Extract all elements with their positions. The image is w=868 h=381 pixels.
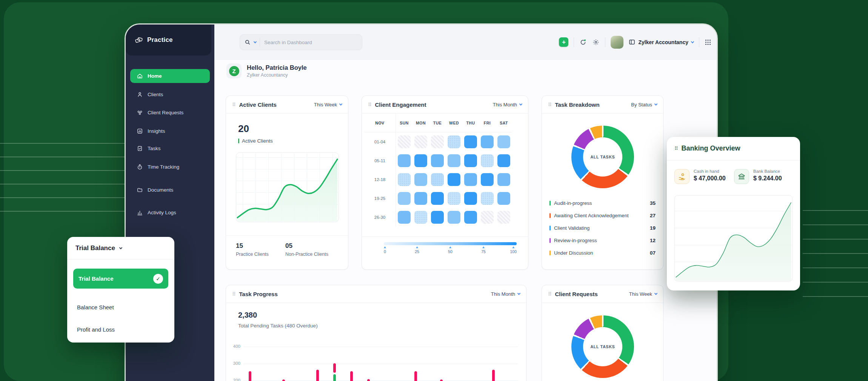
heatmap-cell-value (431, 154, 444, 167)
heatmap-cell (479, 170, 496, 189)
task-bar (316, 370, 319, 381)
insights-icon (137, 128, 143, 134)
org-switcher[interactable]: Zylker Accountancy (629, 39, 694, 45)
picker-option-trial-balance[interactable]: Trial Balance ✓ (73, 269, 168, 289)
legend-value: 07 (650, 250, 656, 256)
search-icon (245, 39, 251, 45)
drag-handle-icon[interactable]: ⠿ (548, 102, 552, 107)
sidebar-item-client-requests[interactable]: Client Requests (130, 106, 210, 120)
apps-grid-icon[interactable] (705, 39, 711, 46)
drag-handle-icon[interactable]: ⠿ (232, 102, 236, 107)
sidebar-item-label: Activity Logs (148, 210, 176, 215)
heatmap-cell (462, 132, 479, 151)
client-requests-filter[interactable]: This Week (629, 291, 657, 297)
task-progress-filter[interactable]: This Month (491, 291, 520, 297)
heatmap-cell (396, 208, 412, 227)
heatmap-cell (462, 170, 479, 189)
sidebar-item-home[interactable]: Home (130, 69, 210, 83)
greeting-title: Hello, Patricia Boyle (247, 64, 307, 71)
practice-logo-icon (135, 36, 143, 44)
donut-center-label: ALL TASKS (583, 137, 622, 177)
heatmap-cell (446, 189, 462, 208)
gridline (243, 347, 518, 347)
heatmap-day-label: WED (446, 114, 462, 132)
org-name: Zylker Accountancy (638, 39, 688, 45)
topbar-divider (605, 37, 605, 47)
search-input[interactable] (263, 39, 343, 46)
ledger-line (0, 197, 125, 198)
task-bar (333, 363, 336, 373)
heatmap-cell (446, 151, 462, 170)
sidebar-item-clients[interactable]: Clients (130, 88, 210, 101)
heatmap-cell (446, 132, 462, 151)
sidebar-item-insights[interactable]: Insights (130, 124, 210, 138)
legend-label: Under Discussion (554, 250, 646, 256)
scale-tick: 0 (384, 246, 386, 254)
practice-clients-stat: 15 Practice Clients (236, 242, 269, 257)
heatmap-cell-value (497, 192, 510, 205)
scale-tick: 100 (510, 246, 517, 254)
sidebar-item-time-tracking[interactable]: Time Tracking (130, 160, 210, 174)
dashboard-window: Practice Home Clients Client Requests In… (125, 23, 718, 381)
ledger-line (0, 157, 125, 157)
check-icon: ✓ (153, 274, 163, 284)
bank-icon (734, 169, 749, 184)
ledger-line (803, 253, 868, 254)
picker-option-balance-sheet[interactable]: Balance Sheet (73, 297, 168, 317)
app-logo[interactable]: Practice (126, 25, 211, 55)
card-title: Task Progress (239, 291, 491, 297)
card-title: Banking Overview (682, 144, 793, 152)
search-scope-chevron-icon[interactable] (254, 40, 257, 43)
cash-hand-icon (674, 169, 689, 184)
drag-handle-icon[interactable]: ⠿ (674, 146, 678, 151)
sidebar-item-documents[interactable]: Documents (130, 183, 210, 197)
legend-chip (549, 226, 551, 230)
heatmap-cell-value (414, 211, 427, 224)
heatmap-cell-empty (497, 211, 510, 224)
drag-handle-icon[interactable]: ⠿ (368, 102, 372, 107)
task-bar (367, 379, 370, 381)
task-breakdown-filter[interactable]: By Status (631, 102, 657, 108)
client-engagement-filter[interactable]: This Month (493, 102, 522, 108)
heatmap-cell (496, 170, 512, 189)
task-progress-card: ⠿ Task Progress This Month 2,380 Total P… (226, 285, 526, 381)
user-avatar[interactable] (611, 36, 623, 49)
search-box[interactable] (240, 34, 362, 50)
heatmap-cell (429, 151, 446, 170)
heatmap-cell (496, 208, 512, 227)
y-axis-label: 300 (228, 361, 240, 366)
dashboard-content: Z Hello, Patricia Boyle Zylker Accountan… (214, 60, 717, 381)
ledger-line (803, 296, 868, 297)
heatmap-cell-value (464, 211, 477, 224)
tasks-icon (137, 145, 143, 152)
active-clients-filter[interactable]: This Week (314, 102, 342, 108)
heatmap-cell-value (431, 173, 444, 186)
card-title: Client Engagement (375, 101, 493, 108)
sidebar-item-activity-logs[interactable]: Activity Logs (130, 206, 210, 220)
client-requests-card: ⠿ Client Requests This Week ALL TASKS (542, 285, 663, 381)
heatmap-cell (412, 132, 429, 151)
ledger-line (803, 267, 868, 268)
drag-handle-icon[interactable]: ⠿ (232, 292, 236, 297)
report-picker-header[interactable]: Trial Balance (67, 237, 174, 260)
task-bar (282, 379, 285, 381)
heatmap-cell (479, 189, 496, 208)
sidebar-item-label: Time Tracking (148, 164, 179, 170)
tick-marker (238, 138, 239, 143)
refresh-icon[interactable] (579, 38, 587, 46)
heatmap-scale-ticks: 0255075100 (384, 246, 517, 258)
add-new-button[interactable]: + (559, 37, 568, 47)
home-icon (137, 73, 143, 79)
search-divider (260, 38, 260, 47)
picker-option-profit-and-loss[interactable]: Profit and Loss (73, 320, 168, 340)
sidebar-item-label: Clients (148, 92, 163, 97)
legend-label: Awaiting Client Acknowledgement (554, 213, 646, 218)
settings-gear-icon[interactable] (592, 38, 600, 46)
drag-handle-icon[interactable]: ⠿ (548, 292, 552, 297)
sidebar-item-tasks[interactable]: Tasks (130, 141, 210, 155)
group-icon (137, 109, 143, 116)
cash-in-hand-stat: Cash in hand $ 47,000.00 (674, 169, 726, 184)
banking-trend-chart (674, 195, 793, 281)
heatmap-cell (429, 170, 446, 189)
ledger-line (803, 210, 868, 211)
